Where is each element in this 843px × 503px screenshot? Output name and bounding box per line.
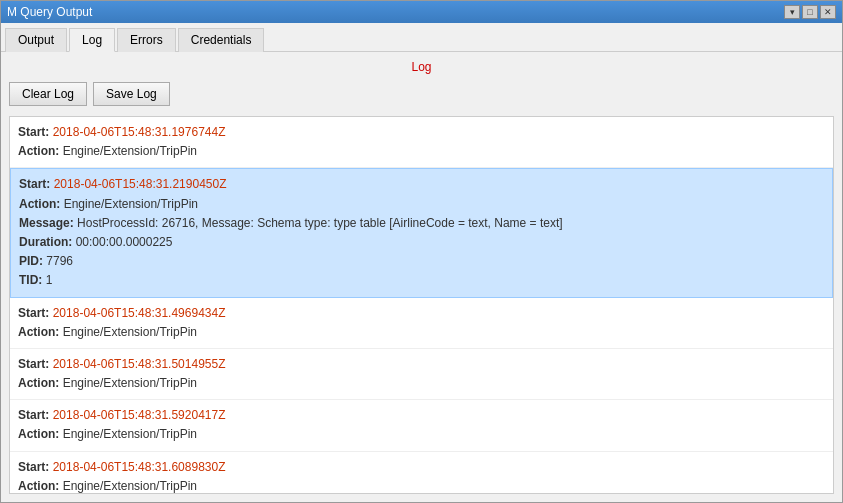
field-value: 2018-04-06T15:48:31.5014955Z: [53, 357, 226, 371]
field-label: Action:: [18, 479, 59, 493]
field-label: Action:: [18, 427, 59, 441]
field-label: Start:: [18, 408, 49, 422]
field-value: Engine/Extension/TripPin: [63, 376, 197, 390]
main-window: M Query Output ▾ □ ✕ Output Log Errors C…: [0, 0, 843, 503]
toolbar: Clear Log Save Log: [9, 82, 834, 106]
window-title: M Query Output: [7, 5, 92, 19]
log-wrapper: Start: 2018-04-06T15:48:31.1976744ZActio…: [9, 116, 834, 494]
field-value: Engine/Extension/TripPin: [63, 325, 197, 339]
field-label: Duration:: [19, 235, 72, 249]
field-label: Action:: [19, 197, 60, 211]
clear-log-button[interactable]: Clear Log: [9, 82, 87, 106]
field-value: Engine/Extension/TripPin: [63, 144, 197, 158]
field-label: Action:: [18, 144, 59, 158]
field-label: Start:: [18, 125, 49, 139]
field-label: Message:: [19, 216, 74, 230]
field-label: Start:: [18, 460, 49, 474]
log-heading: Log: [9, 60, 834, 74]
save-log-button[interactable]: Save Log: [93, 82, 170, 106]
tab-errors[interactable]: Errors: [117, 28, 176, 52]
log-entry[interactable]: Start: 2018-04-06T15:48:31.2190450ZActio…: [10, 168, 833, 297]
title-bar: M Query Output ▾ □ ✕: [1, 1, 842, 23]
field-label: Start:: [18, 357, 49, 371]
field-value: 2018-04-06T15:48:31.2190450Z: [54, 177, 227, 191]
field-value: 2018-04-06T15:48:31.1976744Z: [53, 125, 226, 139]
field-label: TID:: [19, 273, 42, 287]
maximize-button[interactable]: □: [802, 5, 818, 19]
log-entry[interactable]: Start: 2018-04-06T15:48:31.1976744ZActio…: [10, 117, 833, 168]
field-value: 7796: [46, 254, 73, 268]
field-value: 2018-04-06T15:48:31.6089830Z: [53, 460, 226, 474]
field-value: Engine/Extension/TripPin: [63, 427, 197, 441]
log-entry[interactable]: Start: 2018-04-06T15:48:31.5014955ZActio…: [10, 349, 833, 400]
log-entry[interactable]: Start: 2018-04-06T15:48:31.6089830ZActio…: [10, 452, 833, 494]
log-entry[interactable]: Start: 2018-04-06T15:48:31.5920417ZActio…: [10, 400, 833, 451]
field-label: Action:: [18, 376, 59, 390]
tab-output[interactable]: Output: [5, 28, 67, 52]
tab-log[interactable]: Log: [69, 28, 115, 52]
field-label: Start:: [19, 177, 50, 191]
tab-credentials[interactable]: Credentials: [178, 28, 265, 52]
field-label: Action:: [18, 325, 59, 339]
log-entry[interactable]: Start: 2018-04-06T15:48:31.4969434ZActio…: [10, 298, 833, 349]
field-value: HostProcessId: 26716, Message: Schema ty…: [77, 216, 563, 230]
log-container[interactable]: Start: 2018-04-06T15:48:31.1976744ZActio…: [9, 116, 834, 494]
content-area: Log Clear Log Save Log Start: 2018-04-06…: [1, 52, 842, 502]
tab-bar: Output Log Errors Credentials: [1, 23, 842, 52]
title-bar-controls: ▾ □ ✕: [784, 5, 836, 19]
field-value: 1: [46, 273, 53, 287]
field-label: Start:: [18, 306, 49, 320]
close-button[interactable]: ✕: [820, 5, 836, 19]
field-value: 2018-04-06T15:48:31.5920417Z: [53, 408, 226, 422]
field-label: PID:: [19, 254, 43, 268]
minimize-button[interactable]: ▾: [784, 5, 800, 19]
field-value: Engine/Extension/TripPin: [64, 197, 198, 211]
field-value: Engine/Extension/TripPin: [63, 479, 197, 493]
field-value: 00:00:00.0000225: [76, 235, 173, 249]
field-value: 2018-04-06T15:48:31.4969434Z: [53, 306, 226, 320]
